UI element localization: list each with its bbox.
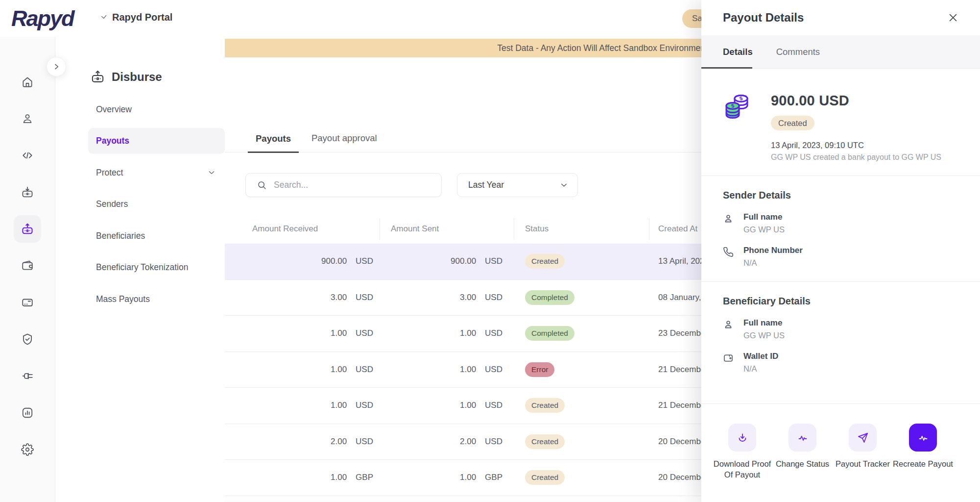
card-icon	[21, 296, 34, 309]
beneficiary-wallet-field: Wallet ID N/A	[723, 351, 958, 374]
disburse-subnav: Disburse Overview Payouts Protect Sender…	[55, 37, 225, 502]
chevron-down-icon	[207, 168, 216, 177]
divider	[701, 176, 980, 176]
chevron-down-icon	[559, 180, 569, 190]
pulse-icon	[909, 424, 937, 452]
person-icon	[723, 319, 734, 340]
collect-icon	[21, 186, 34, 199]
send-icon	[849, 424, 877, 452]
beneficiary-details-heading: Beneficiary Details	[723, 296, 958, 307]
panel-tabs: Details Comments	[701, 35, 980, 69]
analytics-icon	[21, 406, 34, 419]
tab-payout-approval[interactable]: Payout approval	[304, 133, 385, 152]
disburse-icon	[21, 223, 34, 235]
sidebar-item-beneficiary-tokenization[interactable]: Beneficiary Tokenization	[55, 252, 225, 284]
status-badge: Created	[525, 398, 565, 413]
rail-item-customers[interactable]	[14, 105, 41, 132]
status-badge: Created	[525, 470, 565, 485]
rail-item-wallet[interactable]	[14, 252, 41, 279]
plug-icon	[21, 370, 34, 382]
settings-gear-icon	[21, 443, 34, 456]
search-input[interactable]	[274, 180, 433, 190]
chevron-down-icon	[99, 13, 108, 22]
sidebar-item-mass-payouts[interactable]: Mass Payouts	[55, 283, 225, 315]
rail-item-settings[interactable]	[14, 436, 41, 463]
tab-payouts[interactable]: Payouts	[248, 133, 299, 153]
subnav-title: Disburse	[112, 70, 162, 84]
payout-created-at: 13 April, 2023, 09:10 UTC	[771, 141, 941, 150]
sidebar-item-overview[interactable]: Overview	[55, 94, 225, 126]
status-badge: Completed	[525, 290, 574, 305]
phone-icon	[723, 247, 734, 268]
panel-body: $ $ 900.00 USD Created 13 April, 2023, 0…	[701, 69, 980, 403]
sender-phone-field: Phone Number N/A	[723, 246, 958, 268]
subnav-header: Disburse	[91, 70, 162, 84]
panel-actions: Download Proof Of Payout Change Status P…	[701, 403, 980, 502]
payout-tracker-button[interactable]: Payout Tracker	[833, 424, 893, 502]
icon-rail	[0, 37, 55, 502]
sidebar-item-senders[interactable]: Senders	[55, 189, 225, 221]
status-badge: Created	[525, 254, 565, 269]
download-icon	[728, 424, 756, 452]
column-header-amount-sent: Amount Sent	[380, 214, 514, 244]
wallet-icon	[723, 352, 734, 374]
search-box	[245, 173, 442, 197]
rail-item-home[interactable]	[14, 68, 41, 96]
rail-item-analytics[interactable]	[14, 399, 41, 427]
pulse-icon	[789, 424, 816, 452]
payout-amount: 900.00 USD	[771, 93, 941, 109]
divider	[701, 281, 980, 282]
date-filter-value: Last Year	[468, 180, 559, 190]
customers-icon	[21, 112, 34, 125]
wallet-icon	[21, 259, 34, 272]
workspace-name: Rapyd Portal	[112, 12, 172, 23]
rail-item-compliance[interactable]	[14, 326, 41, 353]
search-icon	[257, 180, 267, 190]
panel-header: Payout Details	[701, 0, 980, 35]
workspace-switcher[interactable]: Rapyd Portal	[99, 12, 172, 23]
recreate-payout-button[interactable]: Recreate Payout	[893, 424, 953, 502]
active-tab-underline	[701, 67, 752, 69]
date-filter-dropdown[interactable]: Last Year	[457, 173, 578, 197]
rail-item-cards[interactable]	[14, 289, 41, 316]
payout-details-panel: Payout Details Details Comments $	[701, 0, 980, 502]
developers-code-icon	[21, 149, 34, 162]
download-proof-of-payout-button[interactable]: Download Proof Of Payout	[712, 424, 772, 502]
close-icon[interactable]	[948, 12, 958, 23]
rapyd-logo: Rapyd	[11, 6, 74, 31]
disburse-icon	[91, 70, 105, 84]
beneficiary-full-name-field: Full name GG WP US	[723, 318, 958, 340]
sidebar-item-payouts[interactable]: Payouts	[55, 126, 225, 157]
status-badge: Completed	[525, 326, 574, 341]
payout-description: GG WP US created a bank payout to GG WP …	[771, 153, 941, 162]
sidebar-item-beneficiaries[interactable]: Beneficiaries	[55, 220, 225, 252]
column-header-amount-received: Amount Received	[225, 214, 380, 244]
rail-item-disburse[interactable]	[14, 215, 41, 243]
status-badge: Created	[525, 434, 565, 449]
tab-comments[interactable]: Comments	[776, 47, 820, 57]
change-status-button[interactable]: Change Status	[772, 424, 833, 502]
subnav-items: Overview Payouts Protect Senders Benefic…	[55, 94, 225, 315]
sidebar-expand-button[interactable]	[47, 57, 66, 76]
person-icon	[723, 213, 734, 234]
chevron-right-icon	[52, 63, 60, 71]
status-badge: Error	[525, 362, 554, 377]
column-header-status: Status	[514, 214, 649, 244]
tab-details[interactable]: Details	[723, 47, 753, 57]
home-icon	[21, 75, 34, 88]
shield-check-icon	[21, 333, 34, 346]
rail-item-collect[interactable]	[14, 178, 41, 206]
sender-details-heading: Sender Details	[723, 190, 958, 201]
panel-title: Payout Details	[723, 11, 804, 25]
coins-icon: $ $	[723, 93, 751, 162]
status-badge: Created	[771, 116, 814, 130]
rail-item-developers[interactable]	[14, 142, 41, 169]
amount-summary: $ $ 900.00 USD Created 13 April, 2023, 0…	[723, 93, 958, 162]
rail-item-integrations[interactable]	[14, 362, 41, 390]
sidebar-item-protect[interactable]: Protect	[55, 157, 225, 189]
sender-full-name-field: Full name GG WP US	[723, 212, 958, 234]
